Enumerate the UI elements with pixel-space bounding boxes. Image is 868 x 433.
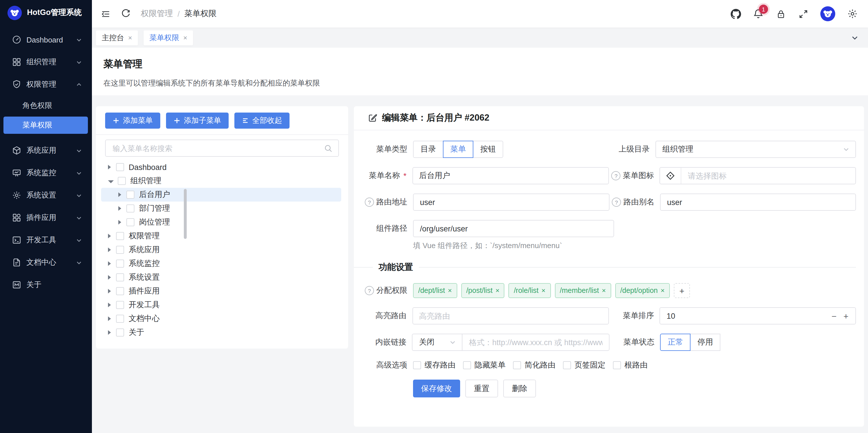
brand[interactable]: HotGo管理系统	[0, 0, 92, 25]
sidebar-item-about[interactable]: 关于	[0, 275, 92, 295]
decrement-icon[interactable]: −	[832, 312, 837, 320]
tree-row[interactable]: 插件应用	[105, 284, 339, 298]
caret-right-icon[interactable]	[108, 289, 111, 293]
highlight-route-input[interactable]	[413, 312, 608, 320]
caret-right-icon[interactable]	[118, 206, 121, 211]
menu-status-option-normal[interactable]: 正常	[660, 334, 691, 351]
settings-gear-icon[interactable]	[847, 9, 858, 19]
advanced-option-simplify[interactable]: 简化路由	[513, 360, 556, 370]
tree-search-input[interactable]	[112, 143, 324, 153]
caret-right-icon[interactable]	[108, 165, 111, 169]
scrollbar-thumb[interactable]	[184, 189, 187, 239]
tree-row[interactable]: 开发工具	[105, 298, 339, 312]
sidebar-item-org[interactable]: 组织管理	[0, 52, 92, 72]
advanced-option-pin-tab[interactable]: 页签固定	[563, 360, 606, 370]
collapse-all-button[interactable]: 全部收起	[235, 113, 289, 129]
reset-button[interactable]: 重置	[465, 380, 498, 397]
checkbox[interactable]	[563, 361, 571, 369]
add-sub-menu-button[interactable]: 添加子菜单	[166, 113, 229, 129]
sidebar-item-plugin[interactable]: 插件应用	[0, 208, 92, 227]
checkbox[interactable]	[126, 218, 134, 226]
sidebar-item-sysset[interactable]: 系统设置	[0, 185, 92, 205]
help-icon[interactable]: ?	[365, 286, 374, 295]
checkbox[interactable]	[116, 259, 124, 268]
caret-down-icon[interactable]	[108, 180, 114, 183]
close-icon[interactable]: ×	[661, 286, 664, 295]
caret-right-icon[interactable]	[108, 303, 111, 307]
delete-button[interactable]: 删除	[503, 380, 536, 397]
menu-type-option-dir[interactable]: 目录	[413, 141, 443, 158]
tree-row[interactable]: 系统监控	[105, 257, 339, 271]
checkbox[interactable]	[126, 205, 134, 213]
tree-row[interactable]: Dashboard	[105, 160, 339, 174]
lock-icon[interactable]	[776, 9, 786, 19]
checkbox[interactable]	[116, 273, 124, 281]
tab-console[interactable]: 主控台 ×	[96, 30, 138, 45]
menu-sort-input[interactable]	[660, 312, 832, 320]
sidebar-item-devtool[interactable]: 开发工具	[0, 230, 92, 250]
tree-row[interactable]: 岗位管理	[105, 215, 339, 229]
checkbox[interactable]	[116, 287, 124, 295]
menu-icon-input[interactable]	[682, 172, 855, 180]
caret-right-icon[interactable]	[108, 234, 111, 238]
caret-right-icon[interactable]	[108, 275, 111, 280]
close-icon[interactable]: ×	[495, 286, 499, 295]
parent-dir-value[interactable]	[656, 145, 855, 154]
caret-right-icon[interactable]	[108, 316, 111, 321]
close-icon[interactable]: ×	[448, 286, 452, 295]
sidebar-item-perm[interactable]: 权限管理	[0, 75, 92, 94]
save-button[interactable]: 保存修改	[413, 380, 460, 397]
caret-right-icon[interactable]	[108, 330, 111, 335]
github-icon[interactable]	[731, 9, 741, 19]
advanced-option-root-route[interactable]: 根路由	[613, 360, 648, 370]
increment-icon[interactable]: +	[844, 312, 849, 320]
checkbox[interactable]	[118, 177, 126, 185]
menu-type-option-button[interactable]: 按钮	[473, 141, 503, 158]
menu-status-option-disabled[interactable]: 停用	[690, 334, 721, 351]
checkbox[interactable]	[116, 163, 124, 171]
tree-row[interactable]: 权限管理	[105, 229, 339, 243]
caret-right-icon[interactable]	[118, 192, 121, 197]
tree-row[interactable]: 系统设置	[105, 271, 339, 284]
advanced-option-cache[interactable]: 缓存路由	[413, 360, 456, 370]
diamond-icon[interactable]	[660, 168, 682, 184]
menu-type-option-menu[interactable]: 菜单	[443, 141, 473, 158]
sidebar-subitem-menu-perm[interactable]: 菜单权限	[3, 117, 88, 134]
sidebar-item-dashboard[interactable]: Dashboard	[0, 30, 92, 50]
checkbox[interactable]	[116, 329, 124, 337]
menu-name-input[interactable]	[413, 172, 608, 180]
embed-link-input[interactable]	[463, 338, 609, 347]
caret-right-icon[interactable]	[108, 261, 111, 266]
tree-row[interactable]: 组织管理	[105, 174, 339, 188]
close-icon[interactable]: ×	[602, 286, 606, 295]
route-path-input[interactable]	[413, 198, 609, 207]
menu-fold-icon[interactable]	[100, 9, 110, 19]
component-path-input[interactable]	[413, 224, 614, 233]
close-icon[interactable]: ×	[183, 34, 187, 42]
fullscreen-icon[interactable]	[798, 9, 808, 19]
checkbox[interactable]	[116, 315, 124, 323]
parent-dir-select[interactable]	[655, 141, 856, 158]
tree-row-selected[interactable]: 后台用户	[101, 188, 341, 202]
refresh-icon[interactable]	[121, 9, 131, 19]
menu-icon-picker[interactable]	[660, 167, 856, 184]
help-icon[interactable]: ?	[365, 197, 374, 207]
sidebar-item-sysapp[interactable]: 系统应用	[0, 141, 92, 160]
embed-link-select[interactable]	[412, 334, 463, 351]
checkbox[interactable]	[116, 301, 124, 309]
advanced-option-hide[interactable]: 隐藏菜单	[463, 360, 505, 370]
sidebar-item-sysmon[interactable]: 系统监控	[0, 163, 92, 183]
checkbox[interactable]	[116, 232, 124, 240]
checkbox[interactable]	[413, 361, 421, 369]
checkbox[interactable]	[126, 191, 134, 199]
help-icon[interactable]: ?	[612, 171, 621, 180]
tab-menu-perm[interactable]: 菜单权限 ×	[144, 30, 193, 45]
add-permission-button[interactable]: +	[674, 283, 690, 298]
tree-row[interactable]: 部门管理	[105, 202, 339, 215]
breadcrumb-parent[interactable]: 权限管理	[141, 9, 173, 19]
tree-row[interactable]: 系统应用	[105, 243, 339, 257]
route-alias-input[interactable]	[661, 198, 855, 207]
add-menu-button[interactable]: 添加菜单	[105, 113, 160, 129]
tab-more-chevron-icon[interactable]	[851, 28, 859, 48]
tree-row[interactable]: 关于	[105, 326, 339, 339]
